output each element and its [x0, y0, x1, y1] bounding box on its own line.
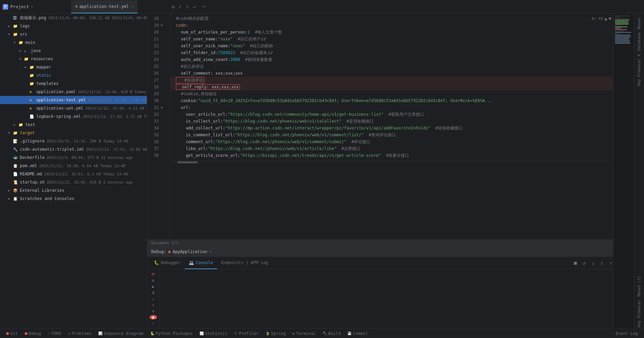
sequence-tab-label: Sequence Diagram	[104, 331, 143, 336]
debug-console-output[interactable]	[159, 269, 644, 328]
debug-tool-more[interactable]: ⋯	[150, 321, 157, 326]
yaml-icon: ⚙	[29, 90, 35, 94]
dir-target[interactable]: ▼ 📁 target	[0, 129, 147, 137]
maven-panel-label[interactable]: Maven	[636, 16, 642, 30]
tab-debug[interactable]: Debug	[21, 329, 44, 338]
dir-test[interactable]: ▶ 📁 test	[0, 121, 147, 129]
terminal-icon: ▶	[293, 331, 295, 335]
dir-java[interactable]: ▶ ☕ java	[0, 47, 147, 55]
nav-up-icon[interactable]: ▲	[604, 16, 607, 21]
dir-arrow-test: ▶	[14, 123, 18, 126]
editor-panel: 18 19▼ 20 21 22 23 24 25 26 27 28 29 30 …	[147, 14, 644, 328]
tab-debugger[interactable]: 🐛 Debugger	[150, 257, 185, 269]
file-iml[interactable]: 🔧 csdn-automatic-triplet.iml 2023/11/12,…	[0, 145, 147, 153]
dir-arrow-main: ▼	[14, 41, 18, 44]
tab-problems[interactable]: ⚠ Problems	[65, 329, 95, 338]
tab-sequence[interactable]: 📊 Sequence Diagram	[95, 329, 147, 338]
code-editor[interactable]: #csdn相关的配置 csdn: num_of_articles_per_per…	[170, 14, 644, 239]
file-gitignore[interactable]: 📝 .gitignore 2023/10/31, 21:32, 394 B To…	[0, 137, 147, 145]
debug-tool-pause[interactable]: ⏸	[150, 290, 157, 295]
dir-arrow-java: ▶	[19, 49, 24, 52]
window-controls: ─	[203, 3, 206, 10]
tab-python-packages[interactable]: 🐍 Python Packages	[147, 329, 196, 338]
dir-logs[interactable]: ▶ 📁 logs	[0, 22, 147, 30]
stop-btn[interactable]: ⏹	[571, 259, 579, 267]
debug-tool-settings[interactable]: ⚙	[150, 278, 157, 283]
console-tab-label: Console	[196, 260, 213, 265]
dir-mapper[interactable]: ▶ 📁 mapper	[0, 63, 147, 71]
dir-templates[interactable]: 📁 templates	[0, 79, 147, 88]
gutter-30: 30	[147, 97, 170, 104]
title-bar-right: ⚙ ⤢ ⤡ ⋯ ─	[138, 3, 206, 10]
dir-resources[interactable]: ▼ 📁 resources	[0, 55, 147, 63]
tab-git[interactable]: Git	[3, 329, 21, 338]
debug-label: Debug:	[151, 249, 166, 254]
file-startup[interactable]: 📜 startup.sh 2023/11/22, 15:45, 419 B 2 …	[0, 178, 147, 186]
rerun-btn[interactable]: ↺	[580, 259, 588, 267]
tab-application-test[interactable]: ⚙ application-test.yml ✕	[71, 0, 138, 13]
dir-external-libraries[interactable]: ▶ 📦 External Libraries	[0, 186, 147, 195]
debugger-tab-icon: 🐛	[154, 260, 159, 265]
tab-todo[interactable]: ✓ TODO	[44, 329, 65, 338]
settings-icon[interactable]: ⚙	[172, 4, 175, 10]
gutter-28: 28	[147, 84, 170, 90]
debug-title: Debug: ● AppApplication ✕	[151, 249, 211, 254]
debug-tool-run[interactable]: ▶	[150, 284, 157, 289]
expand-icon[interactable]: ⤢	[178, 4, 182, 10]
step-into-btn[interactable]: ↴	[598, 259, 606, 267]
cursor-pos: A↑ 49	[592, 16, 603, 21]
nav-down-icon[interactable]: ▼	[609, 16, 611, 21]
yaml-uat-icon: ⚙	[29, 106, 35, 111]
tab-statistic[interactable]: 📈 Statistic	[196, 329, 231, 338]
gutter-27: 27	[147, 77, 170, 84]
debug-tool-step-into[interactable]: ↴	[150, 303, 157, 308]
tab-endpoints[interactable]: Endpoints | APM Log	[217, 257, 272, 269]
debug-tool-align[interactable]: ≡	[150, 309, 157, 314]
python-packages-tab-label: Python Packages	[156, 331, 193, 336]
h-scrollbar[interactable]	[170, 160, 644, 164]
dir-src[interactable]: ▼ 📁 src	[0, 30, 147, 38]
file-pom[interactable]: 📋 pom.xml 2023/11/11, 10:30, 6.64 kB Tod…	[0, 162, 147, 170]
file-frontend-img[interactable]: 🖼 前端展示.png 2023/11/4, 00:06, 150.11 kB 2…	[0, 14, 147, 22]
gutter-23: 23	[147, 49, 170, 56]
key-promoter-panel-label[interactable]: Key Promoter X	[636, 53, 642, 87]
code-line-33: is_collect_url: "https://blog.csdn.net/p…	[170, 118, 644, 125]
file-application-uat-yml[interactable]: ⚙ application-uat.yml 2023/11/22, 15:50,…	[0, 104, 147, 112]
debug-session-close[interactable]: ✕	[209, 249, 212, 254]
dir-main[interactable]: ▼ 📁 main	[0, 38, 147, 47]
code-line-32: user_article_url: "https://blog.csdn.net…	[170, 111, 644, 118]
event-log-btn[interactable]: Event Log	[612, 329, 641, 338]
file-application-test-yml[interactable]: ⚙ application-test.yml 2023/11/22, 13:54…	[0, 96, 147, 104]
debug-tool-stop-round[interactable]: ●	[150, 315, 157, 320]
file-tree: 🖼 前端展示.png 2023/11/4, 00:06, 150.11 kB 2…	[0, 14, 147, 328]
tab-terminal[interactable]: ▶ Terminal	[289, 329, 319, 338]
debug-tool-step-over[interactable]: ↓	[150, 297, 157, 301]
tab-spring[interactable]: 🍃 Spring	[262, 329, 289, 338]
file-logback-spring[interactable]: 📄 logback-spring.xml 2023/11/15, 17:26, …	[0, 112, 147, 121]
file-application-yaml[interactable]: ⚙ application.yaml 2023/11/16, 22:46, 62…	[0, 88, 147, 96]
debug-tool-restart[interactable]: ⟳	[150, 272, 157, 277]
dir-scratches[interactable]: ▶ 📋 Scratches and Consoles	[0, 195, 147, 203]
docker-icon: 🐳	[13, 155, 18, 160]
editor-area: 18 19▼ 20 21 22 23 24 25 26 27 28 29 30 …	[147, 14, 644, 239]
tab-build[interactable]: 🔨 Build	[319, 329, 344, 338]
pom-icon: 📋	[13, 164, 18, 168]
dir-arrow-ext: ▶	[8, 189, 13, 192]
code-line-22: self_user_nick_name: "xxxx" #自己的昵称	[170, 42, 644, 49]
minimize-btn[interactable]: ─	[203, 3, 206, 10]
tab-profiler[interactable]: ⏱ Profiler	[231, 329, 262, 338]
tab-console[interactable]: 💻 Console	[185, 257, 217, 269]
spring-tab-label: Spring	[271, 331, 286, 336]
file-readme[interactable]: 📄 README.md 2023/11/22, 15:51, 6.1 kB To…	[0, 170, 147, 178]
gutter-35: 35	[147, 132, 170, 138]
database-panel-label[interactable]: Database	[636, 31, 642, 52]
tab-commit[interactable]: 💾 Commit	[344, 329, 371, 338]
code-line-30: cookie: "uuid_tt_dd=10_202%Info=a7d3b88c…	[170, 97, 644, 104]
tab-close-icon[interactable]: ✕	[131, 4, 133, 8]
chevron-icon: ▾	[31, 5, 33, 9]
step-over-btn[interactable]: ↓	[589, 259, 597, 267]
dir-static[interactable]: 📁 static	[0, 71, 147, 79]
split-icon[interactable]: ⤡	[185, 4, 190, 10]
more-icon[interactable]: ⋯	[193, 4, 196, 10]
file-dockerfile[interactable]: 🐳 Dockerfile 2023/11/9, 09:44, 577 B 22 …	[0, 153, 147, 162]
